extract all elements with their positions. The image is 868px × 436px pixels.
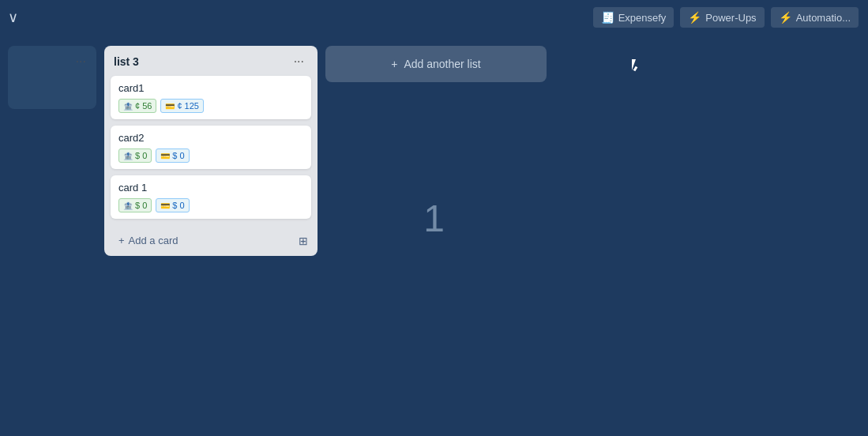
list-3-title: list 3 [114,55,139,68]
card-1-budget-badge: 🏦 $ 0 [118,198,152,212]
budget-icon: 🏦 [123,102,133,111]
card2-title: card2 [118,132,303,144]
add-card-label: Add a card [129,235,178,246]
list-3-footer: + Add a card ⊞ [104,225,318,256]
card1-budget-value: ¢ 56 [135,101,152,111]
card2-spent-value: $ 0 [172,151,184,160]
card-1-title: card 1 [118,182,303,194]
powerups-button[interactable]: ⚡ Power-Ups [680,7,764,28]
card-card2[interactable]: card2 🏦 $ 0 💳 $ 0 [111,126,311,169]
expensefy-icon: 🧾 [601,11,614,24]
add-card-button[interactable]: + Add a card [114,231,182,250]
card1-spent-value: ¢ 125 [177,101,199,111]
cards-container: card1 🏦 ¢ 56 💳 ¢ 125 card2 [104,76,318,219]
list-partial-menu-button[interactable]: ··· [72,54,90,70]
card2-badges: 🏦 $ 0 💳 $ 0 [118,148,303,163]
card-1-budget-value: $ 0 [135,201,147,210]
add-list-plus-icon: + [391,58,397,70]
list-3-header: list 3 ··· [104,46,318,76]
budget-icon-3: 🏦 [123,201,133,210]
automation-button[interactable]: ⚡ Automatio... [771,7,859,28]
card-1-spent-value: $ 0 [172,201,184,210]
card-1-badges: 🏦 $ 0 💳 $ 0 [118,198,303,212]
topbar-left: ∨ [0,0,26,35]
card1-budget-badge: 🏦 ¢ 56 [118,99,156,113]
chevron-down-button[interactable]: ∨ [8,9,18,26]
expensefy-button[interactable]: 🧾 Expensefy [593,7,674,28]
card2-spent-badge: 💳 $ 0 [156,148,189,163]
list-3-menu-button[interactable]: ··· [290,54,308,70]
automation-icon: ⚡ [779,11,792,24]
list-partial: ··· [8,46,96,109]
card2-budget-badge: 🏦 $ 0 [118,148,152,163]
card1-title: card1 [118,82,303,94]
powerups-icon: ⚡ [688,11,701,24]
powerups-label: Power-Ups [705,12,756,24]
topbar: 🧾 Expensefy ⚡ Power-Ups ⚡ Automatio... [584,0,868,35]
card1-badges: 🏦 ¢ 56 💳 ¢ 125 [118,99,303,113]
spent-icon-3: 💳 [160,201,170,210]
add-card-plus-icon: + [118,235,125,246]
card1-spent-badge: 💳 ¢ 125 [160,99,204,113]
board: ··· list 3 ··· card1 🏦 ¢ 56 💳 ¢ 125 [0,35,868,436]
budget-icon-2: 🏦 [123,152,133,160]
spent-icon-2: 💳 [160,152,170,160]
spent-icon: 💳 [165,102,175,111]
expensefy-label: Expensefy [618,12,667,24]
card-card-1[interactable]: card 1 🏦 $ 0 💳 $ 0 [111,175,311,219]
add-list-button[interactable]: + Add another list [325,46,547,82]
chevron-down-icon: ∨ [8,9,18,25]
card2-budget-value: $ 0 [135,151,147,160]
list-3: list 3 ··· card1 🏦 ¢ 56 💳 ¢ 125 [104,46,318,256]
automation-label: Automatio... [796,12,851,24]
list-template-icon[interactable]: ⊞ [299,235,308,247]
add-list-label: Add another list [404,58,480,70]
card-1-spent-badge: 💳 $ 0 [156,198,189,212]
card-card1[interactable]: card1 🏦 ¢ 56 💳 ¢ 125 [111,76,311,119]
